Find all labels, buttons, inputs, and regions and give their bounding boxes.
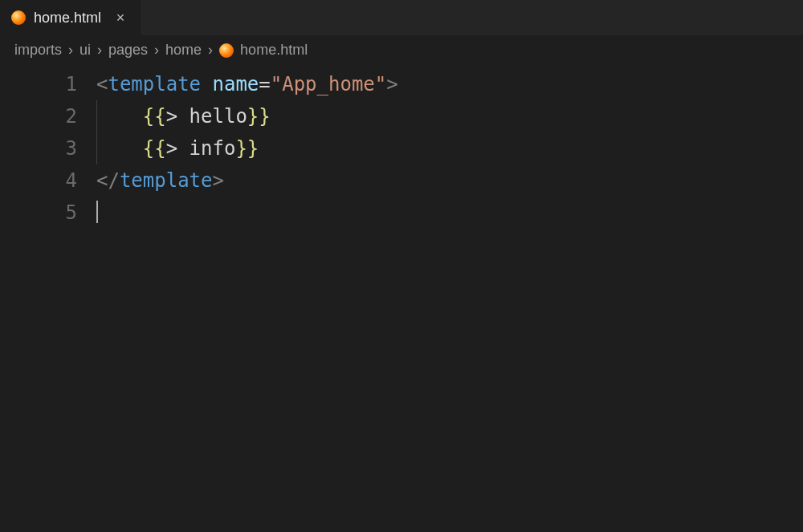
token-bracket: < bbox=[96, 73, 108, 95]
token-mustache: {{ bbox=[143, 137, 166, 160]
code-line[interactable]: <template name="App_home"> bbox=[96, 68, 803, 100]
breadcrumb-segment[interactable]: ui bbox=[79, 42, 91, 59]
token-tag: template bbox=[108, 73, 201, 95]
token-attribute: name bbox=[213, 73, 259, 95]
token-tag: template bbox=[120, 169, 213, 192]
token-plain: > info bbox=[166, 137, 236, 160]
line-number-gutter: 1 2 3 4 5 bbox=[0, 68, 96, 229]
indent-guide bbox=[96, 100, 97, 132]
line-number: 2 bbox=[0, 100, 77, 132]
chevron-right-icon: › bbox=[97, 42, 102, 59]
code-line[interactable]: {{> info}} bbox=[96, 132, 803, 164]
breadcrumb-file[interactable]: home.html bbox=[219, 42, 308, 59]
code-line[interactable]: {{> hello}} bbox=[96, 100, 803, 132]
breadcrumb-segment[interactable]: imports bbox=[14, 42, 62, 59]
chevron-right-icon: › bbox=[68, 42, 73, 59]
token-space bbox=[201, 73, 212, 95]
code-line[interactable] bbox=[96, 197, 803, 229]
token-mustache: }} bbox=[247, 105, 271, 128]
close-icon[interactable]: × bbox=[112, 10, 128, 26]
token-mustache: {{ bbox=[143, 105, 166, 128]
breadcrumb-segment[interactable]: home bbox=[165, 42, 202, 59]
token-operator: = bbox=[259, 73, 270, 95]
html-file-icon bbox=[219, 43, 234, 58]
line-number: 5 bbox=[0, 197, 77, 229]
token-mustache: }} bbox=[235, 137, 259, 160]
tab-filename: home.html bbox=[34, 10, 101, 26]
text-cursor bbox=[96, 201, 98, 223]
token-bracket: > bbox=[213, 169, 224, 192]
chevron-right-icon: › bbox=[154, 42, 159, 59]
html-file-icon bbox=[11, 10, 26, 25]
tab-bar: home.html × bbox=[0, 0, 803, 35]
chevron-right-icon: › bbox=[208, 42, 213, 59]
indent-guide bbox=[96, 132, 97, 164]
line-number: 1 bbox=[0, 68, 77, 100]
breadcrumb-segment[interactable]: pages bbox=[108, 42, 148, 59]
code-editor[interactable]: 1 2 3 4 5 <template name="App_home"> {{>… bbox=[0, 67, 803, 229]
token-plain: > hello bbox=[166, 105, 247, 128]
token-indent bbox=[96, 137, 143, 160]
token-bracket: > bbox=[386, 73, 397, 95]
token-indent bbox=[96, 105, 143, 128]
code-area[interactable]: <template name="App_home"> {{> hello}} {… bbox=[96, 68, 803, 229]
tab-active[interactable]: home.html × bbox=[0, 0, 141, 35]
line-number: 4 bbox=[0, 164, 77, 197]
code-line[interactable]: </template> bbox=[96, 164, 803, 197]
breadcrumb: imports › ui › pages › home › home.html bbox=[0, 35, 803, 67]
line-number: 3 bbox=[0, 132, 77, 164]
token-string: "App_home" bbox=[271, 73, 387, 95]
token-bracket: </ bbox=[96, 169, 120, 192]
breadcrumb-filename: home.html bbox=[240, 42, 308, 59]
